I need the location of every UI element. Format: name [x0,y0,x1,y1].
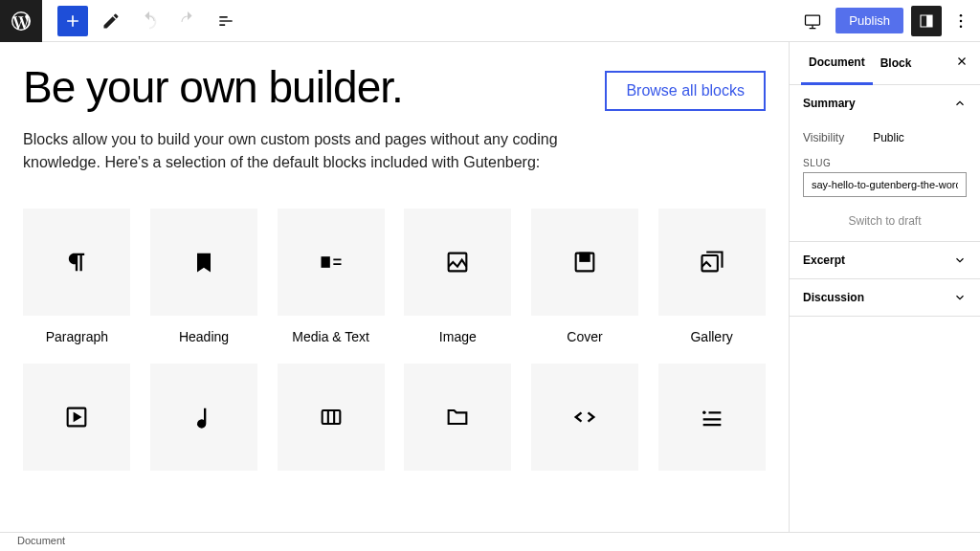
topbar-left [0,0,241,42]
more-menu-button[interactable] [949,11,972,31]
block-item-code[interactable] [531,364,639,484]
slug-input[interactable] [803,172,967,197]
cover-icon [571,249,598,276]
panel-discussion-header[interactable]: Discussion [790,279,980,316]
close-sidebar-button[interactable] [955,55,969,72]
panel-title: Summary [803,97,856,110]
redo-button[interactable] [172,6,203,36]
block-item-video[interactable] [23,364,131,484]
columns-icon [318,404,345,430]
chevron-down-icon [953,291,967,304]
chevron-up-icon [953,97,967,110]
settings-sidebar: Document Block Summary Visibility Public… [789,42,980,532]
wordpress-icon [10,10,33,33]
topbar: Publish [0,0,980,42]
browse-blocks-button[interactable]: Browse all blocks [605,71,766,111]
panel-summary: Summary Visibility Public SLUG Switch to… [790,85,980,242]
breadcrumb-text: Document [17,535,65,546]
pencil-icon [101,11,121,31]
topbar-right: Publish [797,6,980,36]
footer-breadcrumb: Document [0,532,980,551]
svg-rect-0 [806,15,820,25]
sidebar-icon [918,12,935,30]
settings-toggle-button[interactable] [911,6,942,36]
tab-block[interactable]: Block [873,43,920,83]
svg-point-13 [702,411,706,415]
block-item-image[interactable]: Image [404,209,512,344]
image-icon [444,249,471,276]
desktop-icon [803,11,822,31]
svg-rect-5 [321,256,329,268]
panel-excerpt: Excerpt [790,242,980,279]
panel-summary-body: Visibility Public SLUG Switch to draft [790,121,980,241]
block-item-columns[interactable] [277,364,385,484]
page-description: Blocks allow you to build your own custo… [23,128,559,174]
publish-button[interactable]: Publish [835,8,903,33]
plus-icon [63,11,82,31]
dots-vertical-icon [951,11,970,31]
svg-point-11 [198,421,205,428]
gallery-icon [699,249,725,276]
content-area: Be your own builder. Browse all blocks B… [0,42,789,532]
play-icon [63,404,90,430]
chevron-down-icon [953,253,967,267]
visibility-row[interactable]: Visibility Public [803,125,967,150]
block-item-list[interactable] [657,364,766,484]
block-item-media-text[interactable]: Media & Text [277,209,385,344]
slug-label: SLUG [803,158,967,168]
panel-title: Discussion [803,291,864,304]
add-block-button[interactable] [57,6,88,36]
block-label: Gallery [690,329,732,344]
list-bullet-icon [699,404,725,430]
outline-button[interactable] [211,6,241,36]
panel-title: Excerpt [803,253,845,267]
block-item-gallery[interactable]: Gallery [657,209,766,344]
list-icon [216,11,235,31]
main: Be your own builder. Browse all blocks B… [0,42,980,532]
block-label: Heading [179,329,229,344]
svg-point-3 [960,19,963,22]
svg-point-4 [960,25,963,28]
blocks-grid: Paragraph Heading Media & Text Image Cov… [23,209,766,484]
edit-tool-button[interactable] [96,6,126,36]
bookmark-icon [190,249,217,276]
code-icon [571,404,598,430]
visibility-label: Visibility [803,131,844,144]
panel-excerpt-header[interactable]: Excerpt [790,242,980,278]
block-label: Media & Text [292,329,369,344]
sidebar-tabs: Document Block [790,42,980,85]
folder-icon [444,404,471,430]
switch-to-draft-button[interactable]: Switch to draft [803,214,967,228]
preview-button[interactable] [797,6,828,36]
music-note-icon [190,404,217,430]
paragraph-icon [63,249,90,276]
svg-point-2 [960,13,963,15]
block-item-file[interactable] [404,364,512,484]
block-label: Cover [567,329,602,344]
svg-rect-1 [927,15,932,27]
content-header: Be your own builder. Browse all blocks [23,61,766,113]
block-item-paragraph[interactable]: Paragraph [23,209,131,344]
block-item-audio[interactable] [150,364,258,484]
tab-document[interactable]: Document [801,42,873,85]
redo-icon [177,11,198,32]
page-title: Be your own builder. [23,61,403,113]
svg-rect-12 [322,410,340,424]
undo-icon [139,11,160,32]
visibility-value: Public [873,131,904,144]
wordpress-logo[interactable] [0,0,42,42]
media-text-icon [318,249,345,276]
block-item-cover[interactable]: Cover [531,209,639,344]
block-label: Paragraph [46,329,108,344]
panel-summary-header[interactable]: Summary [790,85,980,121]
undo-button[interactable] [134,6,165,36]
block-item-heading[interactable]: Heading [150,209,258,344]
panel-discussion: Discussion [790,279,980,317]
svg-rect-8 [580,253,589,261]
close-icon [955,55,969,68]
block-label: Image [439,329,477,344]
